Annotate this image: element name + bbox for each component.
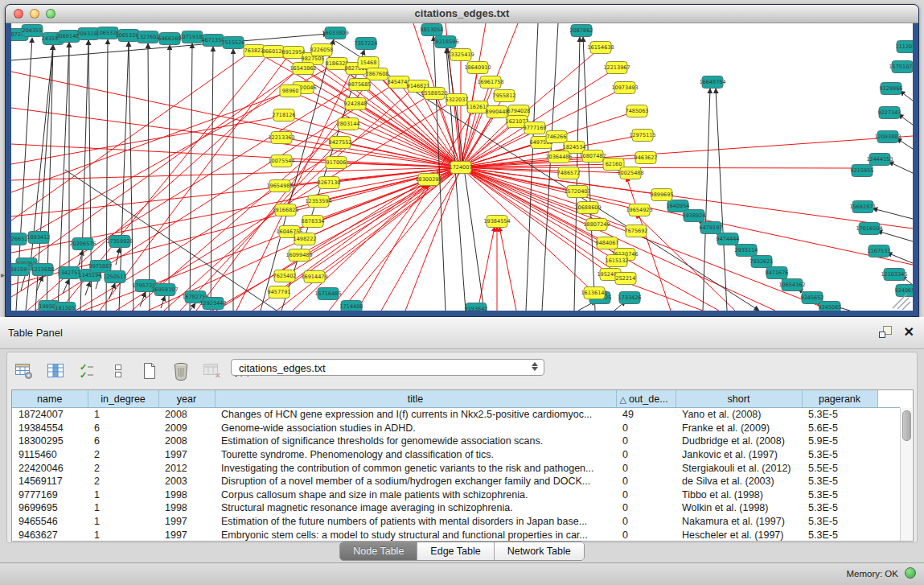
graph-node[interactable]: 17359928 bbox=[106, 236, 133, 248]
table-row[interactable]: 2242004622012Investigating the contribut… bbox=[12, 461, 900, 475]
new-table-icon[interactable] bbox=[139, 361, 160, 381]
network-canvas[interactable]: 1872402043552435572206914062093197106532… bbox=[11, 23, 913, 311]
table-row[interactable]: 1830029562008Estimation of significance … bbox=[12, 435, 900, 448]
graph-node[interactable]: 8471676 bbox=[766, 267, 789, 279]
graph-node[interactable]: 9777169 bbox=[524, 122, 547, 134]
graph-node[interactable]: 7675692 bbox=[625, 225, 648, 237]
graph-node[interactable]: 2326651 bbox=[11, 233, 27, 245]
graph-node[interactable]: 10654162 bbox=[778, 279, 805, 291]
graph-node[interactable]: 161505 bbox=[55, 303, 76, 311]
graph-node[interactable]: 8267130 bbox=[318, 177, 341, 189]
graph-node[interactable]: 12103345 bbox=[881, 269, 907, 281]
table-row[interactable]: 911546021997Tourette syndrome. Phenomeno… bbox=[12, 448, 900, 462]
graph-node[interactable]: 9457791 bbox=[268, 286, 291, 299]
graph-node[interactable]: 16099489 bbox=[285, 249, 312, 262]
graph-node[interactable]: 7515526 bbox=[222, 37, 245, 49]
graph-node[interactable]: 2718126 bbox=[273, 109, 296, 122]
graph-node[interactable]: 8813054 bbox=[421, 24, 444, 36]
graph-node[interactable]: 9463627 bbox=[634, 152, 658, 164]
graph-node[interactable]: 16154638 bbox=[587, 42, 614, 54]
table-row[interactable]: 946554611997Estimation of the future num… bbox=[12, 515, 900, 529]
graph-node[interactable]: 17016504 bbox=[856, 223, 882, 235]
column-header-title[interactable]: title bbox=[215, 390, 616, 408]
graph-node[interactable]: 746266 bbox=[546, 131, 567, 143]
column-header-in-degree[interactable]: in_degree bbox=[88, 390, 158, 408]
graph-node[interactable]: 7485063 bbox=[626, 105, 649, 117]
graph-node[interactable]: 15468 bbox=[358, 57, 379, 69]
table-scrollbar-thumb[interactable] bbox=[902, 410, 911, 441]
graph-node[interactable]: 2803144 bbox=[337, 118, 360, 130]
column-header-pagerank[interactable]: pagerank bbox=[802, 390, 877, 408]
graph-node[interactable]: 7357224 bbox=[355, 38, 378, 50]
graph-node[interactable]: 16961758 bbox=[477, 76, 503, 89]
graph-node[interactable]: 9875685 bbox=[348, 79, 372, 91]
graph-node[interactable]: 12213363 bbox=[268, 132, 294, 144]
table-row[interactable]: 1456911722003Disruption of a novel membe… bbox=[12, 475, 900, 488]
graph-node[interactable]: 18640910 bbox=[464, 62, 491, 74]
graph-node[interactable]: 8427552 bbox=[329, 137, 352, 149]
graph-node[interactable]: 12093883 bbox=[874, 131, 901, 143]
row-height-icon[interactable] bbox=[108, 361, 129, 381]
graph-node[interactable]: 6466160 bbox=[158, 33, 182, 45]
graph-node[interactable]: 7832621 bbox=[750, 256, 774, 268]
graph-node[interactable]: 15692971 bbox=[849, 201, 876, 213]
graph-node[interactable]: 1250513 bbox=[104, 271, 127, 283]
graph-node[interactable]: 1615132 bbox=[606, 255, 629, 267]
column-header-short[interactable]: short bbox=[676, 390, 802, 408]
graph-node[interactable]: 9474444 bbox=[717, 233, 740, 245]
graph-node[interactable]: 1733426 bbox=[618, 292, 642, 304]
graph-node[interactable]: 7625402 bbox=[273, 270, 297, 282]
graph-node[interactable]: 20206576 bbox=[69, 238, 96, 250]
panel-collapse-arrow-icon[interactable]: ▸ bbox=[1, 270, 5, 279]
table-row[interactable]: 946362711997Embryonic stem cells: a mode… bbox=[12, 528, 900, 542]
graph-node[interactable]: 16648784 bbox=[699, 76, 725, 89]
graph-node[interactable]: 1714408 bbox=[340, 301, 363, 311]
graph-node[interactable]: 9227343 bbox=[878, 107, 901, 119]
graph-node[interactable]: 10688609 bbox=[574, 202, 601, 214]
graph-node[interactable]: 19218596 bbox=[432, 36, 458, 48]
memory-ok-indicator-icon[interactable] bbox=[905, 567, 916, 579]
graph-node[interactable]: 7486572 bbox=[557, 167, 581, 179]
graph-node[interactable]: 1112054 bbox=[896, 41, 913, 53]
table-settings-icon[interactable] bbox=[14, 361, 35, 381]
graph-node[interactable]: 12353594 bbox=[305, 196, 331, 208]
show-column-icon[interactable] bbox=[45, 361, 66, 381]
graph-node[interactable]: 9240652 bbox=[895, 285, 913, 297]
graph-node[interactable]: 10075544 bbox=[268, 155, 294, 167]
graph-node[interactable]: 12213967 bbox=[603, 62, 630, 74]
graph-node[interactable]: 7955812 bbox=[493, 90, 516, 102]
graph-node[interactable]: 9193642 bbox=[465, 303, 488, 311]
graph-node[interactable]: 1342757 bbox=[58, 267, 81, 279]
table-row[interactable]: 1938455462009Genome-wide association stu… bbox=[12, 422, 900, 435]
graph-node[interactable]: 9215955 bbox=[851, 165, 874, 177]
graph-node[interactable]: 12923448 bbox=[199, 298, 226, 310]
graph-node[interactable]: 16958107 bbox=[151, 284, 178, 296]
graph-node[interactable]: 1498222 bbox=[294, 233, 317, 245]
graph-node[interactable]: 15716485 bbox=[314, 288, 341, 300]
select-columns-icon[interactable]: ✓ ✓ bbox=[76, 361, 97, 381]
graph-node[interactable]: 252214 bbox=[615, 273, 636, 285]
graph-node[interactable]: 9899695 bbox=[651, 189, 674, 201]
graph-node[interactable]: 204355 bbox=[22, 25, 43, 37]
graph-node[interactable]: 5938924 bbox=[683, 210, 706, 222]
graph-node[interactable]: 19166825 bbox=[272, 204, 298, 216]
graph-node[interactable]: 6479197 bbox=[700, 222, 723, 234]
graph-node[interactable]: 16543862 bbox=[290, 63, 316, 75]
table-row[interactable]: 969969511998Structural magnetic resonanc… bbox=[12, 501, 900, 515]
close-panel-icon[interactable]: ✕ bbox=[904, 325, 914, 340]
graph-node[interactable]: 15751074 bbox=[889, 61, 913, 73]
graph-node[interactable]: 18300295 bbox=[415, 174, 441, 186]
graph-node[interactable]: 9242848 bbox=[344, 98, 368, 110]
graph-node[interactable]: 13325419 bbox=[447, 49, 474, 61]
table-selector-dropdown[interactable]: citations_edges.txt bbox=[231, 359, 544, 376]
graph-node[interactable]: 917006 bbox=[326, 157, 347, 169]
graph-node[interactable]: 10973493 bbox=[611, 82, 638, 94]
table-row[interactable]: 977716911998Corpus callosum shape and si… bbox=[12, 488, 900, 502]
graph-node[interactable]: 12444153 bbox=[866, 154, 893, 166]
graph-node[interactable]: 19654923 bbox=[626, 204, 652, 216]
column-header-name[interactable]: name bbox=[12, 390, 88, 408]
graph-node[interactable]: 16914479 bbox=[301, 271, 327, 283]
graph-node[interactable]: 16033809 bbox=[322, 27, 348, 39]
table-row[interactable]: 1872400712008Changes of HCN gene express… bbox=[12, 408, 900, 422]
graph-node[interactable]: 12975115 bbox=[629, 130, 655, 142]
